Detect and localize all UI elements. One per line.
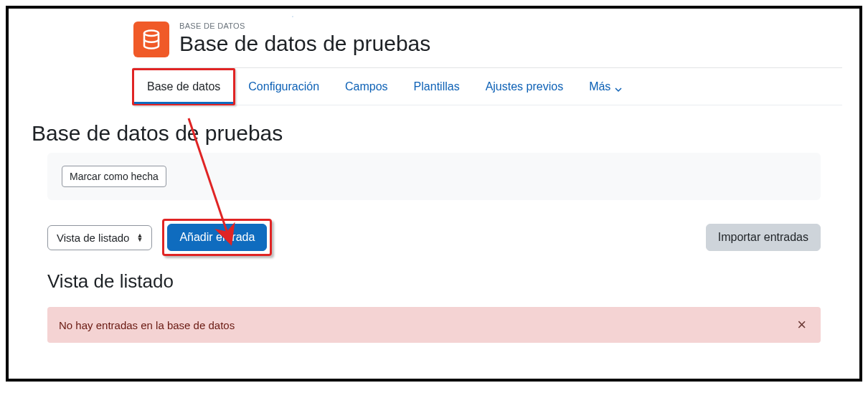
empty-alert-text: No hay entradas en la base de datos xyxy=(59,319,235,331)
add-entry-button[interactable]: Añadir entrada xyxy=(167,224,267,251)
chevron-down-icon xyxy=(615,83,622,90)
section-title: Base de datos de pruebas xyxy=(32,121,842,146)
completion-panel: Marcar como hecha xyxy=(47,153,821,200)
tab-configuration[interactable]: Configuración xyxy=(235,70,332,103)
import-entries-button[interactable]: Importar entradas xyxy=(706,224,821,251)
tab-database-label: Base de datos xyxy=(147,80,220,93)
controls-row: Vista de listado ▲▼ Añadir entrada Impor… xyxy=(47,219,821,256)
tab-templates-label: Plantillas xyxy=(414,80,460,93)
breadcrumb-hint: · xyxy=(291,10,294,22)
page-eyebrow: BASE DE DATOS xyxy=(179,22,430,30)
close-alert-button[interactable]: × xyxy=(794,317,809,333)
add-entry-annotation-box: Añadir entrada xyxy=(162,219,272,256)
close-icon: × xyxy=(797,316,806,333)
tab-fields-label: Campos xyxy=(345,80,388,93)
mark-done-label: Marcar como hecha xyxy=(70,171,159,182)
view-select[interactable]: Vista de listado ▲▼ xyxy=(47,225,152,250)
page-title: Base de datos de pruebas xyxy=(179,32,430,56)
tab-presets-label: Ajustes previos xyxy=(486,80,564,93)
list-view-heading: Vista de listado xyxy=(47,270,842,293)
tab-templates[interactable]: Plantillas xyxy=(401,70,473,103)
tabs-nav: Base de datos Configuración Campos Plant… xyxy=(133,68,842,105)
empty-alert: No hay entradas en la base de datos × xyxy=(47,307,821,343)
tab-more[interactable]: Más xyxy=(576,70,635,103)
tab-presets[interactable]: Ajustes previos xyxy=(473,70,577,103)
sort-icon: ▲▼ xyxy=(136,233,143,242)
svg-point-0 xyxy=(144,31,159,37)
add-entry-label: Añadir entrada xyxy=(179,231,255,243)
view-select-label: Vista de listado xyxy=(57,232,129,244)
mark-done-button[interactable]: Marcar como hecha xyxy=(62,166,166,187)
tab-fields[interactable]: Campos xyxy=(332,70,401,103)
tab-more-label: Más xyxy=(589,80,610,93)
database-icon xyxy=(133,22,169,57)
tab-configuration-label: Configuración xyxy=(248,80,319,93)
import-entries-label: Importar entradas xyxy=(718,231,808,243)
tab-database[interactable]: Base de datos xyxy=(132,68,235,105)
page-header: BASE DE DATOS Base de datos de pruebas xyxy=(133,22,842,57)
